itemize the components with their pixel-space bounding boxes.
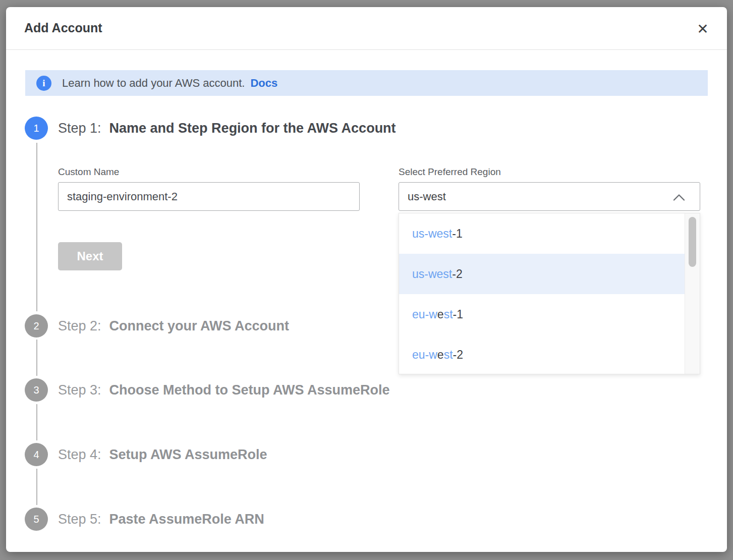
step-1-heading: Step 1: Name and Step Region for the AWS… — [58, 117, 396, 140]
region-select[interactable] — [399, 182, 700, 211]
option-match-text: st — [444, 308, 453, 321]
modal-title: Add Account — [24, 21, 102, 35]
next-button[interactable]: Next — [58, 242, 122, 270]
region-option-eu-west-2[interactable]: eu-w e st -2 — [399, 334, 685, 375]
modal-header: Add Account ✕ — [6, 7, 727, 50]
option-plain-text: -2 — [453, 348, 463, 362]
banner-text: Learn how to add your AWS account. — [62, 77, 245, 90]
step-2-indicator: 2 — [25, 314, 48, 338]
step-connector — [36, 404, 37, 440]
info-banner: i Learn how to add your AWS account. Doc… — [25, 70, 708, 96]
dropdown-scrollbar-thumb[interactable] — [689, 217, 696, 267]
option-match-text: eu-w — [412, 348, 437, 362]
step-connector — [36, 340, 37, 376]
step-5-prefix: Step 5: — [58, 512, 101, 527]
close-icon: ✕ — [697, 21, 708, 37]
option-match-text: us-west — [412, 227, 452, 241]
step-4-heading: Step 4: Setup AWS AssumeRole — [58, 443, 267, 466]
info-icon: i — [36, 76, 51, 91]
dropdown-scrollbar[interactable] — [685, 213, 700, 374]
step-1-prefix: Step 1: — [58, 121, 101, 136]
step-connector — [36, 469, 37, 505]
step-1-indicator: 1 — [25, 117, 48, 140]
option-plain-text: -1 — [453, 308, 463, 321]
step-4-title: Setup AWS AssumeRole — [109, 447, 267, 463]
chevron-up-icon[interactable] — [673, 194, 685, 203]
option-plain-text: e — [437, 348, 444, 362]
option-plain-text: -2 — [452, 267, 462, 281]
custom-name-input[interactable] — [58, 182, 360, 211]
step-1-title: Name and Step Region for the AWS Account — [109, 121, 396, 136]
step-3-indicator: 3 — [25, 378, 48, 402]
region-filter-input[interactable] — [399, 183, 661, 210]
close-button[interactable]: ✕ — [693, 19, 713, 39]
region-dropdown: us-west -1 us-west -2 eu-w e st -1 eu-w … — [399, 213, 700, 374]
region-option-us-west-1[interactable]: us-west -1 — [399, 213, 685, 254]
option-match-text: eu-w — [412, 308, 437, 321]
option-plain-text: -1 — [452, 227, 462, 241]
add-account-modal: Add Account ✕ i Learn how to add your AW… — [6, 7, 727, 552]
step-3-title: Choose Method to Setup AWS AssumeRole — [109, 382, 390, 398]
step-5-indicator: 5 — [25, 508, 48, 531]
option-match-text: us-west — [412, 267, 452, 281]
step-5-heading: Step 5: Paste AssumeRole ARN — [58, 508, 264, 531]
option-match-text: st — [444, 348, 453, 362]
step-2-title: Connect your AWS Account — [109, 318, 290, 334]
region-option-us-west-2[interactable]: us-west -2 — [399, 254, 685, 294]
step-3-heading: Step 3: Choose Method to Setup AWS Assum… — [58, 378, 390, 402]
step-4-indicator: 4 — [25, 443, 48, 466]
step-connector — [36, 143, 37, 311]
step-2-prefix: Step 2: — [58, 318, 101, 334]
custom-name-label: Custom Name — [58, 166, 119, 178]
docs-link[interactable]: Docs — [250, 77, 277, 90]
step-3-prefix: Step 3: — [58, 382, 101, 398]
option-plain-text: e — [437, 308, 444, 321]
region-label: Select Preferred Region — [399, 166, 501, 178]
region-option-eu-west-1[interactable]: eu-w e st -1 — [399, 294, 685, 334]
step-2-heading: Step 2: Connect your AWS Account — [58, 314, 289, 338]
step-4-prefix: Step 4: — [58, 447, 101, 463]
step-5-title: Paste AssumeRole ARN — [109, 512, 264, 527]
